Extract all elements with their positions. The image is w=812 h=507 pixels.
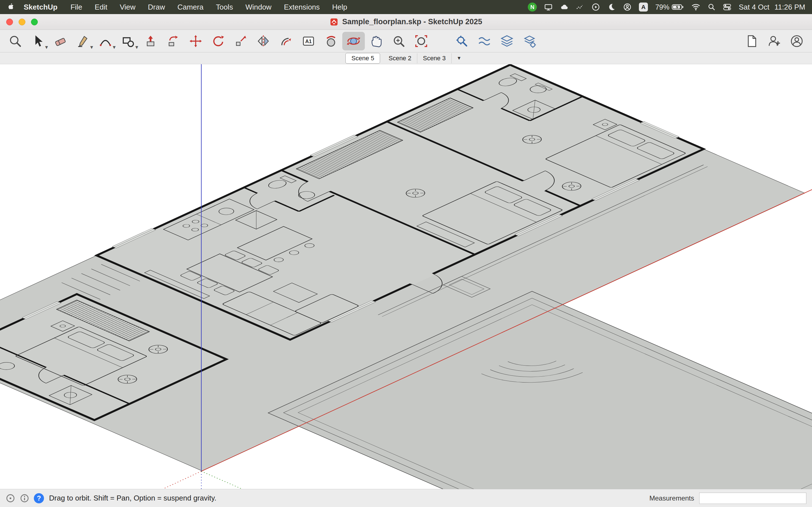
floorplan-drawing bbox=[0, 64, 812, 489]
wifi-icon[interactable] bbox=[691, 3, 700, 11]
n-badge-icon[interactable]: N bbox=[528, 3, 537, 11]
rectangle-icon bbox=[121, 34, 135, 48]
status-hint-text: Drag to orbit. Shift = Pan, Option = sus… bbox=[49, 494, 216, 503]
chevron-down-icon[interactable]: ▾ bbox=[90, 44, 93, 50]
pencil-icon bbox=[76, 34, 90, 48]
menu-help[interactable]: Help bbox=[326, 3, 353, 11]
rotate-tool[interactable] bbox=[207, 32, 230, 50]
menu-tools[interactable]: Tools bbox=[210, 3, 239, 11]
search-tool[interactable] bbox=[4, 32, 27, 50]
flip-tool[interactable] bbox=[252, 32, 274, 50]
account-icon bbox=[790, 34, 804, 48]
soften-edges-tool[interactable] bbox=[473, 32, 496, 50]
pan-tool[interactable] bbox=[365, 32, 388, 50]
paint-bucket-icon bbox=[324, 34, 338, 48]
scale-tool[interactable] bbox=[230, 32, 252, 50]
text-a1-icon: A1 bbox=[302, 34, 315, 48]
line-tool[interactable]: ▾ bbox=[71, 32, 94, 50]
model-viewport[interactable] bbox=[0, 64, 812, 489]
stocks-sparkline-icon[interactable] bbox=[576, 3, 584, 11]
input-source-icon[interactable]: A bbox=[639, 3, 648, 11]
paint-tool[interactable] bbox=[320, 32, 342, 50]
menu-bar-clock[interactable]: Sat 4 Oct 11:26 PM bbox=[739, 3, 805, 11]
fullscreen-button[interactable] bbox=[31, 18, 38, 25]
tab-scene-2[interactable]: Scene 2 bbox=[383, 53, 417, 63]
person-add-icon bbox=[767, 34, 781, 48]
clock-date: Sat 4 Oct bbox=[739, 3, 769, 11]
tags-tool[interactable] bbox=[496, 32, 518, 50]
search-icon bbox=[8, 34, 22, 48]
offset-icon bbox=[279, 34, 293, 48]
menu-camera[interactable]: Camera bbox=[171, 3, 209, 11]
measurements-label: Measurements bbox=[649, 494, 694, 502]
arc-icon bbox=[99, 34, 112, 48]
minimize-button[interactable] bbox=[18, 18, 26, 25]
red-axis-negative bbox=[163, 471, 201, 489]
geolocation-icon[interactable] bbox=[6, 494, 15, 503]
tab-scene-5[interactable]: Scene 5 bbox=[345, 53, 380, 64]
new-document-button[interactable] bbox=[741, 32, 763, 50]
flip-icon bbox=[257, 34, 270, 48]
apple-menu-icon[interactable] bbox=[7, 3, 14, 11]
chevron-down-icon[interactable]: ▾ bbox=[113, 44, 116, 50]
chevron-down-icon[interactable]: ▾ bbox=[45, 44, 48, 50]
menu-draw[interactable]: Draw bbox=[142, 3, 171, 11]
control-center-icon[interactable] bbox=[723, 3, 731, 11]
spotlight-icon[interactable] bbox=[708, 3, 716, 11]
sketchup-logo-icon bbox=[330, 18, 338, 26]
push-pull-tool[interactable] bbox=[139, 32, 162, 50]
document-icon bbox=[745, 34, 758, 48]
orbit-tool[interactable] bbox=[342, 32, 365, 50]
help-icon[interactable]: ? bbox=[34, 493, 44, 503]
close-button[interactable] bbox=[6, 18, 13, 25]
eraser-tool[interactable] bbox=[49, 32, 71, 50]
pan-hand-icon bbox=[369, 34, 383, 48]
measurements-input[interactable] bbox=[699, 493, 806, 504]
battery-status[interactable]: 79% bbox=[655, 3, 684, 11]
search-model-tool[interactable] bbox=[451, 32, 473, 50]
zoom-extents-tool[interactable] bbox=[410, 32, 433, 50]
arc-tool[interactable]: ▾ bbox=[94, 32, 117, 50]
screen-mirroring-icon[interactable] bbox=[544, 3, 553, 11]
green-axis bbox=[201, 471, 242, 489]
battery-icon bbox=[672, 3, 684, 11]
status-bar: ? Drag to orbit. Shift = Pan, Option = s… bbox=[0, 489, 812, 507]
push-pull-icon bbox=[144, 34, 157, 48]
facetime-person-icon[interactable] bbox=[623, 3, 631, 11]
move-icon bbox=[189, 34, 202, 48]
info-icon[interactable] bbox=[20, 494, 29, 503]
follow-me-tool[interactable] bbox=[162, 32, 185, 50]
focus-moon-icon[interactable] bbox=[607, 3, 616, 11]
account-button[interactable] bbox=[785, 32, 808, 50]
zoom-tool[interactable] bbox=[388, 32, 410, 50]
add-collaborator-button[interactable] bbox=[763, 32, 785, 50]
eraser-icon bbox=[54, 34, 67, 48]
styles-tool[interactable] bbox=[518, 32, 541, 50]
offset-tool[interactable] bbox=[274, 32, 297, 50]
menu-window[interactable]: Window bbox=[239, 3, 277, 11]
scene-tabs-dropdown[interactable]: ▼ bbox=[452, 54, 467, 62]
layers-icon bbox=[500, 34, 514, 48]
menu-edit[interactable]: Edit bbox=[89, 3, 114, 11]
weather-cloud-icon[interactable] bbox=[560, 3, 568, 11]
main-toolbar: ▾ ▾ ▾ ▾ A1 bbox=[0, 30, 812, 52]
window-title: Sample_floorplan.skp - SketchUp 2025 bbox=[342, 17, 483, 26]
menu-view[interactable]: View bbox=[114, 3, 142, 11]
follow-me-icon bbox=[166, 34, 180, 48]
menu-app-name[interactable]: SketchUp bbox=[17, 3, 64, 11]
apple-logo-icon bbox=[7, 3, 14, 11]
soften-edges-icon bbox=[477, 34, 491, 48]
menu-extensions[interactable]: Extensions bbox=[278, 3, 326, 11]
tab-scene-3[interactable]: Scene 3 bbox=[417, 53, 452, 63]
shapes-tool[interactable]: ▾ bbox=[117, 32, 139, 50]
gear-search-icon bbox=[455, 34, 469, 48]
select-tool[interactable]: ▾ bbox=[27, 32, 49, 50]
scene-tabs-bar: Scene 5 Scene 2 Scene 3 ▼ bbox=[0, 52, 812, 64]
now-playing-icon[interactable] bbox=[592, 3, 600, 11]
menu-file[interactable]: File bbox=[64, 3, 89, 11]
text-tool[interactable]: A1 bbox=[297, 32, 320, 50]
move-tool[interactable] bbox=[185, 32, 207, 50]
macos-menu-bar: SketchUp File Edit View Draw Camera Tool… bbox=[0, 0, 812, 14]
chevron-down-icon[interactable]: ▾ bbox=[135, 44, 138, 50]
orbit-icon bbox=[347, 34, 360, 48]
